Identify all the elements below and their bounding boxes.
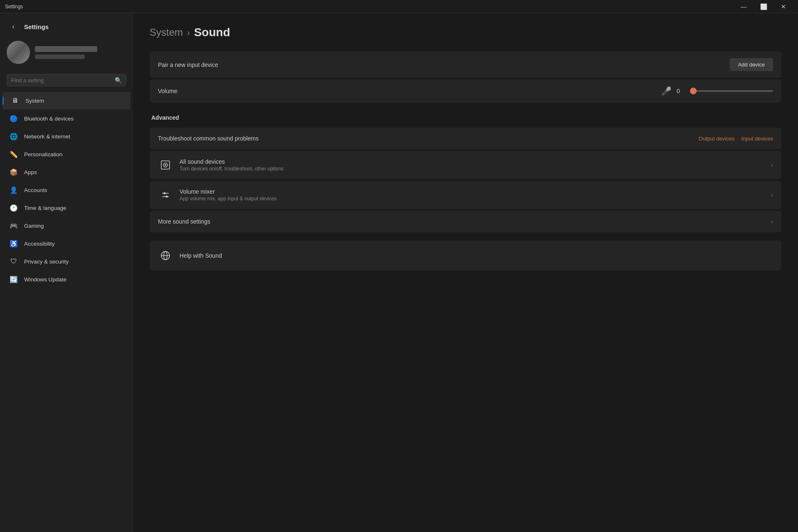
pair-device-label: Pair a new input device: [158, 62, 218, 68]
user-section: [0, 37, 133, 71]
user-sub-blurred: [35, 54, 85, 59]
volume-slider-thumb[interactable]: [690, 88, 697, 94]
input-devices-link[interactable]: Input devices: [741, 135, 773, 142]
pair-device-row: Pair a new input device Add device: [150, 52, 781, 78]
chevron-right-icon: ›: [771, 162, 773, 168]
svg-point-2: [165, 164, 166, 166]
sidebar-header: ‹ Settings: [0, 13, 133, 37]
volume-controls: 🎤 0: [661, 86, 773, 96]
sidebar-item-label: Accounts: [24, 187, 47, 193]
sidebar-item-label: Personalization: [24, 151, 62, 158]
output-devices-link[interactable]: Output devices: [699, 135, 735, 142]
breadcrumb-separator: ›: [187, 28, 190, 37]
windows-update-icon: 🔄: [9, 275, 18, 284]
all-sound-devices-icon: [158, 158, 173, 172]
app-container: ‹ Settings 🔍 🖥 System: [0, 13, 798, 532]
titlebar: Settings — ⬜ ✕: [0, 0, 798, 13]
all-sound-devices-left: All sound devices Turn devices on/off, t…: [158, 158, 283, 172]
sidebar-item-apps[interactable]: 📦 Apps: [2, 163, 131, 181]
volume-label: Volume: [158, 88, 653, 94]
sidebar-item-time[interactable]: 🕐 Time & language: [2, 199, 131, 217]
sidebar-item-privacy[interactable]: 🛡 Privacy & security: [2, 253, 131, 270]
back-button[interactable]: ‹: [7, 20, 20, 33]
minimize-button[interactable]: —: [734, 0, 753, 13]
sidebar-item-system[interactable]: 🖥 System: [2, 92, 131, 109]
sidebar: ‹ Settings 🔍 🖥 System: [0, 13, 133, 532]
sidebar-item-label: Time & language: [24, 205, 66, 211]
user-info: [35, 46, 126, 59]
breadcrumb: System › Sound: [150, 26, 781, 39]
privacy-icon: 🛡: [9, 257, 18, 266]
volume-mixer-icon: [158, 187, 173, 202]
all-sound-devices-card[interactable]: All sound devices Turn devices on/off, t…: [150, 151, 781, 179]
troubleshoot-title: Troubleshoot common sound problems: [158, 135, 259, 142]
all-sound-devices-title: All sound devices: [180, 158, 283, 165]
avatar-inner: [7, 41, 30, 64]
breadcrumb-current: Sound: [194, 26, 230, 39]
troubleshoot-card[interactable]: Troubleshoot common sound problems Outpu…: [150, 128, 781, 149]
all-sound-devices-subtitle: Turn devices on/off, troubleshoot, other…: [180, 166, 283, 172]
sidebar-item-label: Accessibility: [24, 241, 55, 247]
search-box[interactable]: 🔍: [7, 74, 126, 86]
avatar: [7, 41, 30, 64]
system-icon: 🖥: [10, 96, 20, 105]
accessibility-icon: ♿: [9, 239, 18, 248]
sidebar-item-label: System: [25, 98, 44, 104]
apps-icon: 📦: [9, 167, 18, 177]
help-sound-title: Help with Sound: [180, 252, 222, 259]
sidebar-item-accessibility[interactable]: ♿ Accessibility: [2, 235, 131, 252]
svg-point-5: [164, 192, 166, 195]
svg-point-6: [166, 196, 168, 198]
more-sound-settings-row[interactable]: More sound settings ›: [150, 211, 781, 232]
sidebar-app-title: Settings: [24, 23, 49, 30]
chevron-right-icon: ›: [771, 218, 773, 225]
volume-slider[interactable]: [690, 90, 773, 92]
search-icon: 🔍: [115, 77, 122, 84]
volume-value: 0: [677, 88, 685, 94]
sidebar-item-windows-update[interactable]: 🔄 Windows Update: [2, 271, 131, 288]
bluetooth-icon: 🔵: [9, 114, 18, 123]
chevron-right-icon: ›: [771, 192, 773, 198]
sidebar-item-label: Gaming: [24, 223, 44, 229]
breadcrumb-parent: System: [150, 27, 183, 38]
volume-mixer-card[interactable]: Volume mixer App volume mix, app input &…: [150, 181, 781, 209]
volume-mixer-text: Volume mixer App volume mix, app input &…: [180, 188, 276, 202]
main-content: System › Sound Pair a new input device A…: [133, 13, 798, 532]
volume-mixer-left: Volume mixer App volume mix, app input &…: [158, 187, 276, 202]
help-sound-card[interactable]: Help with Sound: [150, 241, 781, 271]
more-sound-settings-title: More sound settings: [158, 218, 210, 225]
troubleshoot-links: Output devices Input devices: [699, 135, 773, 142]
microphone-icon: 🎤: [661, 86, 672, 96]
sidebar-item-bluetooth[interactable]: 🔵 Bluetooth & devices: [2, 110, 131, 127]
volume-row: Volume 🎤 0: [150, 79, 781, 103]
volume-mixer-title: Volume mixer: [180, 188, 276, 195]
close-button[interactable]: ✕: [774, 0, 793, 13]
titlebar-controls: — ⬜ ✕: [734, 0, 793, 13]
gaming-icon: 🎮: [9, 221, 18, 230]
sidebar-item-network[interactable]: 🌐 Network & internet: [2, 128, 131, 145]
personalization-icon: ✏️: [9, 150, 18, 159]
advanced-header: Advanced: [150, 111, 781, 124]
sidebar-item-label: Windows Update: [24, 276, 66, 283]
sidebar-item-gaming[interactable]: 🎮 Gaming: [2, 217, 131, 234]
sidebar-item-accounts[interactable]: 👤 Accounts: [2, 181, 131, 199]
sidebar-item-label: Bluetooth & devices: [24, 116, 74, 122]
maximize-button[interactable]: ⬜: [754, 0, 773, 13]
search-input[interactable]: [11, 77, 111, 84]
search-container: 🔍: [0, 71, 133, 91]
add-device-button[interactable]: Add device: [730, 58, 773, 71]
accounts-icon: 👤: [9, 185, 18, 195]
network-icon: 🌐: [9, 132, 18, 141]
sidebar-item-label: Apps: [24, 169, 37, 175]
volume-slider-container: [690, 90, 773, 92]
time-icon: 🕐: [9, 203, 18, 212]
user-name-blurred: [35, 46, 97, 52]
sidebar-item-label: Network & internet: [24, 133, 70, 140]
sidebar-item-personalization[interactable]: ✏️ Personalization: [2, 145, 131, 163]
all-sound-devices-text: All sound devices Turn devices on/off, t…: [180, 158, 283, 172]
help-section: Help with Sound: [150, 241, 781, 271]
titlebar-title: Settings: [5, 4, 23, 10]
help-globe-icon: [158, 248, 173, 263]
sidebar-item-label: Privacy & security: [24, 259, 69, 265]
volume-mixer-subtitle: App volume mix, app input & output devic…: [180, 196, 276, 202]
